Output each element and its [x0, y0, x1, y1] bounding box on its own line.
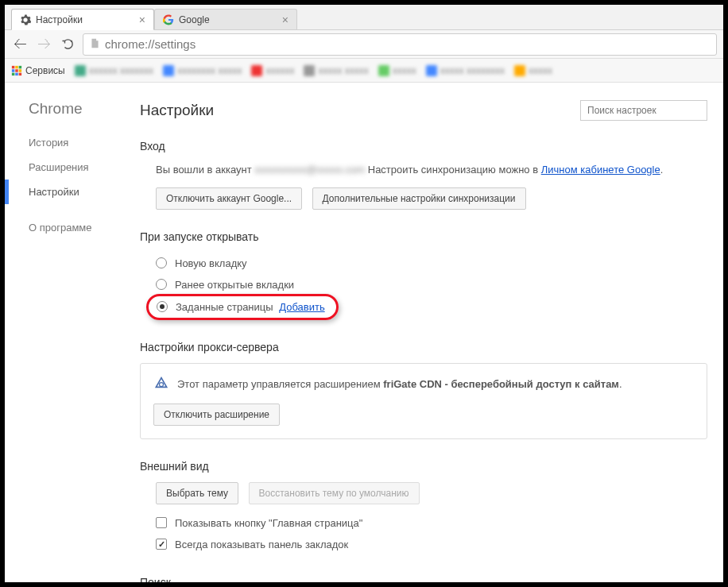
login-section: Вход Вы вошли в аккаунт xxxxxxxxxx@xxxxx…	[140, 140, 707, 210]
svg-rect-5	[19, 69, 22, 72]
sidebar: Chrome История Расширения Настройки О пр…	[5, 83, 140, 582]
checkbox-label: Всегда показывать панель закладок	[175, 539, 348, 550]
bookmark-item[interactable]: xxxxxx xxxxxxx	[75, 65, 153, 76]
proxy-managed-box: Этот параметр управляется расширением fr…	[140, 363, 707, 439]
highlight-annotation: Заданные страницы Добавить	[146, 294, 339, 320]
sidebar-item-extensions[interactable]: Расширения	[5, 155, 140, 180]
apps-shortcut[interactable]: Сервисы	[11, 65, 65, 76]
close-icon[interactable]: ×	[139, 14, 145, 25]
section-title: Вход	[140, 140, 707, 153]
url-text: chrome://settings	[105, 37, 196, 51]
tab-label: Настройки	[36, 14, 83, 25]
google-icon	[163, 14, 174, 25]
sidebar-item-history[interactable]: История	[5, 130, 140, 155]
sidebar-item-about[interactable]: О программе	[5, 215, 140, 240]
startup-option-continue[interactable]: Ранее открытые вкладки	[156, 274, 707, 295]
section-title: Поиск	[140, 576, 707, 583]
sync-settings-button[interactable]: Дополнительные настройки синхронизации	[312, 187, 526, 210]
disable-extension-button[interactable]: Отключить расширение	[153, 404, 280, 426]
show-home-button-option[interactable]: Показывать кнопку "Главная страница"	[156, 512, 707, 534]
page-icon	[90, 37, 100, 52]
tab-settings[interactable]: Настройки ×	[11, 9, 154, 30]
forward-button[interactable]: 🡢	[35, 36, 52, 53]
radio-label: Ранее открытые вкладки	[175, 279, 294, 291]
section-title: При запуске открывать	[140, 230, 707, 243]
page-title: Настройки	[140, 102, 580, 119]
radio-icon[interactable]	[157, 301, 168, 312]
tab-strip: Настройки × Google ×	[5, 5, 723, 30]
tab-label: Google	[179, 14, 210, 25]
svg-rect-1	[15, 65, 18, 68]
brand-label: Chrome	[5, 100, 140, 130]
svg-rect-3	[12, 69, 15, 72]
svg-rect-8	[19, 72, 22, 75]
reload-button[interactable]	[59, 36, 76, 53]
apps-label: Сервисы	[25, 65, 65, 76]
disconnect-account-button[interactable]: Отключить аккаунт Google...	[156, 187, 302, 210]
toolbar: 🡠 🡢 chrome://settings	[5, 30, 723, 59]
startup-option-newtab[interactable]: Новую вкладку	[156, 253, 707, 274]
bookmark-item[interactable]: xxxxxx	[251, 65, 294, 76]
radio-icon	[156, 257, 167, 268]
svg-rect-4	[15, 69, 18, 72]
login-description: Вы вошли в аккаунт xxxxxxxxxx@xxxxx.com …	[156, 162, 707, 178]
main-panel: Настройки Вход Вы вошли в аккаунт xxxxxx…	[140, 83, 723, 582]
svg-rect-6	[12, 72, 15, 75]
set-pages-link[interactable]: Добавить	[279, 301, 324, 313]
content-area: Chrome История Расширения Настройки О пр…	[5, 83, 723, 582]
settings-search-input[interactable]	[580, 100, 707, 121]
startup-section: При запуске открывать Новую вкладку Ране…	[140, 230, 707, 320]
checkbox-label: Показывать кнопку "Главная страница"	[175, 517, 362, 529]
section-title: Настройки прокси-сервера	[140, 341, 707, 353]
bookmark-item[interactable]: xxxxx xxxxx	[304, 65, 368, 76]
browser-window: Настройки × Google × 🡠 🡢 chrome://settin…	[5, 5, 723, 582]
svg-rect-0	[12, 65, 15, 68]
close-icon[interactable]: ×	[282, 14, 288, 25]
proxy-section: Настройки прокси-сервера Этот параметр у…	[140, 341, 707, 439]
svg-rect-2	[19, 65, 22, 68]
section-title: Внешний вид	[140, 460, 707, 473]
google-dashboard-link[interactable]: Личном кабинете Google	[541, 164, 660, 176]
svg-point-9	[160, 382, 164, 386]
extension-icon	[153, 377, 169, 392]
appearance-section: Внешний вид Выбрать тему Восстановить те…	[140, 460, 707, 555]
back-button[interactable]: 🡠	[11, 36, 29, 53]
bookmark-item[interactable]: xxxxx xxxxxxxx	[426, 65, 505, 76]
bookmark-item[interactable]: xxxxx	[378, 65, 416, 76]
proxy-text: Этот параметр управляется расширением fr…	[177, 378, 622, 390]
radio-label: Новую вкладку	[175, 257, 247, 269]
checkbox-icon	[156, 517, 167, 528]
sidebar-item-settings[interactable]: Настройки	[5, 180, 140, 204]
bookmark-item[interactable]: xxxxxxxx xxxxx	[163, 65, 242, 76]
radio-icon	[156, 279, 167, 290]
bookmarks-bar: Сервисы xxxxxx xxxxxxx xxxxxxxx xxxxx xx…	[5, 59, 723, 83]
svg-rect-7	[15, 72, 18, 75]
checkbox-icon	[156, 539, 167, 550]
always-show-bookmarks-option[interactable]: Всегда показывать панель закладок	[156, 534, 707, 555]
reset-theme-button[interactable]: Восстановить тему по умолчанию	[249, 482, 420, 504]
address-bar[interactable]: chrome://settings	[83, 33, 717, 56]
tab-google[interactable]: Google ×	[154, 9, 297, 29]
choose-theme-button[interactable]: Выбрать тему	[156, 482, 238, 504]
radio-label: Заданные страницы	[176, 301, 273, 313]
bookmark-item[interactable]: xxxxx	[514, 65, 552, 76]
gear-icon	[20, 14, 31, 25]
search-section: Поиск	[140, 576, 707, 583]
